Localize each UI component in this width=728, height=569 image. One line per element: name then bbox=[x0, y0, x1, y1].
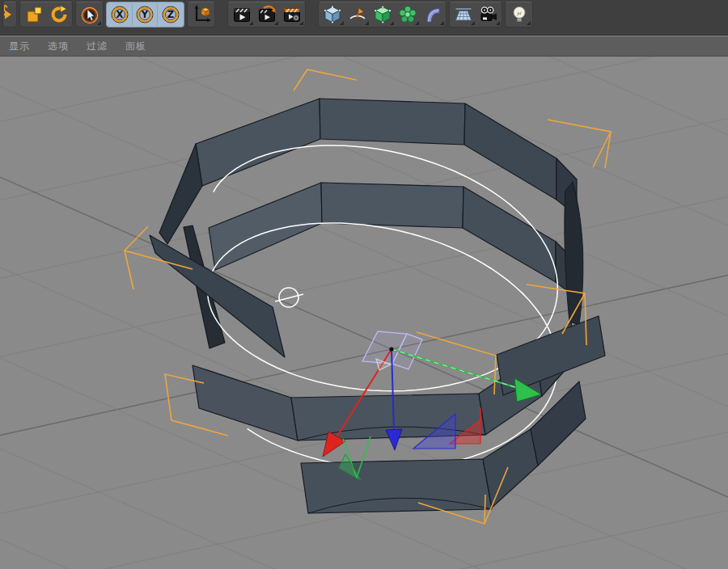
menu-options[interactable]: 选项 bbox=[39, 40, 78, 53]
svg-text:Y: Y bbox=[141, 9, 149, 20]
ribbon-panel bbox=[196, 99, 320, 186]
bend-icon bbox=[423, 5, 442, 24]
ribbon-silhouette-right bbox=[565, 182, 583, 325]
menu-display[interactable]: 显示 bbox=[0, 40, 39, 53]
viewport-menubar: 显示 选项 过滤 面板 bbox=[0, 36, 728, 57]
toolbar-group-scene bbox=[449, 2, 502, 27]
ribbon-panel bbox=[193, 365, 298, 440]
add-primitive-cube[interactable] bbox=[320, 3, 345, 26]
sds-icon bbox=[373, 5, 392, 24]
application-window: X Y Z bbox=[0, 0, 728, 569]
ribbon-panel bbox=[321, 183, 463, 228]
selection-bracket bbox=[125, 251, 133, 289]
render-picture-viewer[interactable] bbox=[254, 3, 279, 26]
ribbon-panel bbox=[463, 187, 556, 282]
toolbar-group-transform bbox=[19, 2, 73, 27]
floor-icon bbox=[454, 5, 473, 24]
toolbar-group-selection bbox=[75, 2, 104, 27]
selection-bracket bbox=[294, 70, 357, 91]
lock-x-axis[interactable]: X bbox=[108, 3, 133, 26]
coordinate-system[interactable] bbox=[188, 3, 214, 26]
menu-filter[interactable]: 过滤 bbox=[78, 40, 116, 53]
move-tool[interactable] bbox=[4, 3, 15, 26]
live-selection-tool[interactable] bbox=[77, 3, 102, 26]
toolbar-group-coords bbox=[187, 2, 215, 27]
add-spline-pen[interactable] bbox=[345, 3, 370, 26]
toolbar-group-create bbox=[318, 2, 447, 27]
cube-icon bbox=[323, 5, 342, 24]
render-view[interactable] bbox=[229, 3, 254, 26]
add-environment-floor[interactable] bbox=[451, 3, 476, 26]
lock-axis-icon: Y bbox=[135, 5, 154, 24]
menu-panel[interactable]: 面板 bbox=[116, 40, 155, 53]
main-toolbar: X Y Z bbox=[0, 0, 728, 36]
add-camera[interactable] bbox=[476, 3, 501, 26]
add-light[interactable] bbox=[506, 3, 531, 26]
coords-icon bbox=[192, 5, 211, 24]
ribbon-panel bbox=[483, 429, 538, 508]
3d-viewport-canvas[interactable] bbox=[0, 57, 728, 569]
scale-tool[interactable] bbox=[21, 3, 46, 26]
lock-y-axis[interactable]: Y bbox=[133, 3, 158, 26]
ribbon-panel bbox=[320, 99, 465, 145]
rotate-icon bbox=[49, 5, 69, 24]
toolbar-group-lights bbox=[505, 2, 533, 27]
ribbon-panel bbox=[301, 459, 492, 513]
scale-icon bbox=[24, 5, 44, 24]
ribbon-panel bbox=[464, 103, 557, 200]
render-picture-icon bbox=[257, 5, 277, 24]
lock-axis-icon: Z bbox=[161, 5, 180, 24]
ribbon-panel bbox=[159, 144, 202, 244]
render-view-icon bbox=[232, 5, 252, 24]
add-subdivision-surface[interactable] bbox=[370, 3, 395, 26]
lock-z-axis[interactable]: Z bbox=[158, 3, 183, 26]
helix-ribbon-front bbox=[150, 235, 605, 513]
live-select-icon bbox=[80, 5, 99, 24]
gizmo-y-arrowhead[interactable] bbox=[386, 429, 402, 450]
camera-icon bbox=[479, 5, 498, 24]
add-deformer-bend[interactable] bbox=[420, 3, 445, 26]
light-icon bbox=[510, 5, 529, 24]
svg-text:X: X bbox=[116, 9, 124, 20]
move-icon bbox=[4, 5, 14, 24]
add-modeling-object[interactable] bbox=[395, 3, 420, 26]
svg-text:Z: Z bbox=[167, 9, 173, 20]
rotate-tool[interactable] bbox=[46, 3, 71, 26]
ribbon-panel bbox=[209, 183, 322, 270]
toolbar-group-transform-partial bbox=[2, 2, 17, 27]
lock-axis-icon: X bbox=[110, 5, 129, 24]
toolbar-group-axis-lock: X Y Z bbox=[106, 2, 184, 27]
render-settings[interactable] bbox=[279, 3, 304, 26]
flower-icon bbox=[398, 5, 417, 24]
gizmo-origin[interactable] bbox=[389, 347, 393, 351]
pen-icon bbox=[348, 5, 367, 24]
render-settings-icon bbox=[282, 5, 302, 24]
toolbar-group-render bbox=[227, 2, 306, 27]
helix-ribbon-back bbox=[159, 99, 583, 348]
